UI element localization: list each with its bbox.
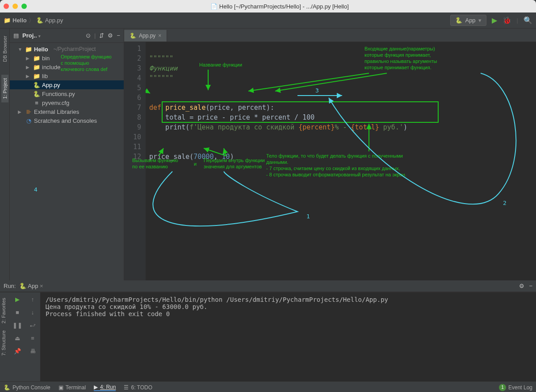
editor-area: 🐍 App.py × 123456789101112 """""" Функци… [124, 29, 536, 280]
run-tab[interactable]: ▶4: Run [94, 384, 116, 391]
run-toolbar-left: ▶ ■ ❚❚ ⏏ 📌 [10, 292, 25, 381]
annotation-num-1: 1 [306, 212, 310, 221]
target-icon[interactable]: ⊙ [86, 32, 91, 39]
event-count-badge: 1 [499, 384, 506, 391]
line-gutter[interactable]: 123456789101112 [124, 42, 146, 280]
editor-tab-app[interactable]: 🐍 App.py × [124, 30, 167, 42]
stop-button[interactable]: ■ [16, 309, 19, 316]
terminal-tab[interactable]: ▣Terminal [59, 384, 86, 391]
tree-file-app[interactable]: 🐍App.py [10, 80, 124, 89]
breadcrumb[interactable]: 📁 Hello 〉 🐍 App.py [4, 17, 63, 25]
navigation-bar: 📁 Hello 〉 🐍 App.py 🐍 App ▾ ▶ 🐞 | 🔍 [0, 13, 536, 29]
print-button[interactable]: 🖶 [30, 348, 36, 354]
tree-file-pyvenv[interactable]: ≡pyvenv.cfg [10, 98, 124, 107]
db-browser-tab[interactable]: DB Browser [1, 32, 8, 66]
favorites-tab[interactable]: 2: Favorites [0, 294, 7, 327]
minimize-window-button[interactable] [13, 4, 18, 9]
console-line: Process finished with exit code 0 [46, 310, 531, 317]
close-window-button[interactable] [4, 4, 9, 9]
annotation-params: Входящие данные(параметры) которые функц… [364, 46, 481, 71]
tree-folder-lib[interactable]: ▶📁lib [10, 71, 124, 80]
titlebar: 📄 Hello [~/PycharmProjects/Hello] - .../… [0, 0, 536, 13]
wrap-button[interactable]: ⮐ [30, 322, 36, 329]
editor-tabs: 🐍 App.py × [124, 29, 536, 42]
search-button[interactable]: 🔍 [523, 16, 532, 25]
settings-gear-icon[interactable]: ⚙ [108, 32, 113, 39]
rerun-button[interactable]: ▶ [15, 296, 20, 303]
down-button[interactable]: ↓ [31, 309, 34, 316]
tree-root[interactable]: ▼📁Hello ~/PycharmProject [10, 45, 124, 54]
project-tab[interactable]: 1: Project [1, 75, 8, 102]
project-view-icon: ▤ [13, 32, 19, 39]
close-run-tab-icon[interactable]: × [40, 283, 43, 289]
tree-external-libs[interactable]: ▶⊪External Libraries [10, 107, 124, 116]
breadcrumb-project[interactable]: Hello [13, 17, 27, 24]
run-label: Run: [4, 283, 16, 289]
breadcrumb-file[interactable]: App.py [45, 17, 63, 24]
tree-folder-include[interactable]: ▶📁include [10, 63, 124, 71]
annotation-num-3: 3 [315, 86, 319, 96]
python-icon: 🐍 [455, 17, 462, 24]
run-toolbar-mid: ↑ ↓ ⮐ ≡ 🖶 [25, 292, 40, 381]
run-console[interactable]: /Users/dmitriy/PycharmProjects/Hello/bin… [40, 292, 536, 381]
python-file-icon: 🐍 [130, 33, 136, 39]
run-tool-header: Run: 🐍 App × ⚙ − [0, 280, 536, 292]
todo-tab[interactable]: ☰6: TODO [124, 384, 152, 391]
annotation-num-2: 2 [503, 198, 507, 208]
tree-scratches[interactable]: ◔Scratches and Consoles [10, 116, 124, 125]
folder-icon: 📁 [4, 17, 11, 24]
close-tab-icon[interactable]: × [158, 33, 161, 39]
run-config-selector[interactable]: 🐍 App ▾ [450, 15, 486, 26]
annotation-body: Тело функции, то что будет делать функци… [266, 153, 481, 178]
window-controls [4, 4, 27, 9]
project-tool-window: ▤ Proj.. ⊙ | ⇵ ⚙ − ▼📁Hello ~/PycharmProj… [10, 29, 124, 280]
left-tool-stripe: DB Browser 1: Project [0, 29, 10, 280]
run-tab-name[interactable]: App [28, 283, 38, 289]
scroll-button[interactable]: ≡ [31, 335, 34, 342]
pause-button[interactable]: ❚❚ [13, 322, 22, 329]
bottom-tool-stripe: 🐍Python Console ▣Terminal ▶4: Run ☰6: TO… [0, 381, 536, 392]
debug-button[interactable]: 🐞 [502, 16, 511, 25]
chevron-down-icon: ▾ [478, 17, 482, 24]
window-title: 📄 Hello [~/PycharmProjects/Hello] - .../… [27, 3, 532, 10]
annotation-arrows [146, 42, 536, 280]
up-button[interactable]: ↑ [31, 296, 34, 303]
structure-tab[interactable]: 7: Structure [0, 327, 7, 359]
annotation-name: Название функции [199, 62, 242, 68]
python-file-icon: 🐍 [36, 17, 43, 24]
run-settings-gear-icon[interactable]: ⚙ [519, 283, 524, 289]
separator: | [517, 17, 518, 24]
console-line: /Users/dmitriy/PycharmProjects/Hello/bin… [46, 296, 531, 303]
console-line: Цена продукта со скидкой 10% - 63000.0 р… [46, 303, 531, 310]
run-button[interactable]: ▶ [492, 16, 497, 25]
exit-button[interactable]: ⏏ [15, 335, 20, 342]
tree-folder-bin[interactable]: ▶📁bin [10, 54, 124, 63]
collapse-icon[interactable]: ⇵ [99, 32, 104, 39]
pin-button[interactable]: 📌 [14, 348, 21, 354]
hide-icon[interactable]: − [117, 32, 120, 39]
python-console-tab[interactable]: 🐍Python Console [4, 384, 50, 391]
project-tree[interactable]: ▼📁Hello ~/PycharmProject ▶📁bin ▶📁include… [10, 43, 124, 127]
event-log-tab[interactable]: 1 Event Log [499, 384, 532, 391]
maximize-window-button[interactable] [21, 4, 27, 9]
python-icon: 🐍 [19, 283, 26, 289]
project-view-selector[interactable]: Proj.. [22, 32, 82, 39]
tree-file-functions[interactable]: 🐍Functions.py [10, 89, 124, 98]
run-hide-icon[interactable]: − [529, 283, 532, 289]
run-tool-window: 2: Favorites 7: Structure ▶ ■ ❚❚ ⏏ 📌 ↑ ↓… [0, 292, 536, 381]
left-tool-stripe-bottom: 2: Favorites 7: Structure [0, 292, 10, 381]
code-editor[interactable]: 123456789101112 """""" Функции """""" de… [124, 42, 536, 280]
annotation-and: и [194, 161, 197, 167]
